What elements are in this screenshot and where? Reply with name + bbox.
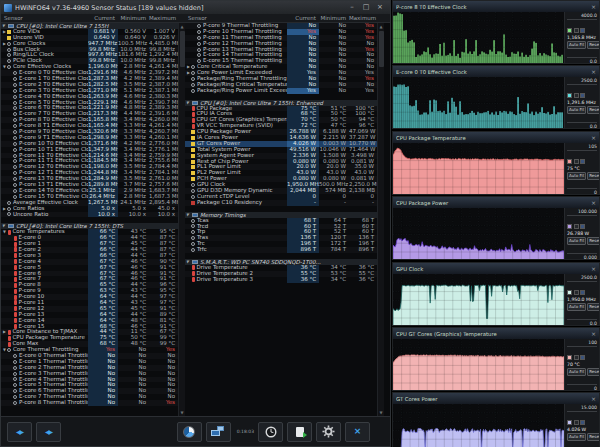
column-header-sensor[interactable]: Sensor [1,15,88,21]
report-button[interactable] [287,422,312,442]
auto-fit-button[interactable]: Auto Fit [567,433,586,441]
graph-title: CPU Package Temperature [396,135,591,141]
background-color-swatch[interactable] [574,420,579,425]
temp-icon [192,265,195,270]
scrollbar-left[interactable]: ▲ ▼ [178,23,185,416]
column-header-sensor[interactable]: Sensor [185,15,287,21]
scrollbar-right[interactable]: ▲ ▼ [377,23,384,416]
series-color-swatch[interactable] [567,420,572,425]
auto-fit-button[interactable]: Auto Fit [567,368,586,376]
graph-panel[interactable]: CPU Package Temperature×10575 °CAuto Fit… [392,131,600,195]
settings-button[interactable] [316,422,341,442]
reset-button[interactable]: Reset [587,433,599,441]
pie-summary-button[interactable] [177,422,202,442]
grid-color-swatch[interactable] [580,224,585,229]
close-button[interactable]: × [373,2,387,13]
clock-icon [7,201,11,205]
graph-titlebar[interactable]: E-core 0 T0 Effective Clock× [393,66,599,77]
grid-color-swatch[interactable] [580,355,585,360]
clock-button[interactable] [258,422,283,442]
close-icon[interactable]: × [591,3,596,10]
y-max-label: 100 [567,340,597,347]
graph-panel[interactable]: CPU Package Power×100.00026.788 WAuto Fi… [392,196,600,260]
background-color-swatch[interactable] [574,290,579,295]
reset-button[interactable]: Reset [587,106,599,114]
auto-fit-button[interactable]: Auto Fit [567,172,586,180]
background-color-swatch[interactable] [574,28,579,33]
swap-columns-button[interactable]: ◀▶ [7,422,32,442]
column-header-minimum[interactable]: Minimum [118,15,149,21]
sensor-row[interactable]: Package C10 Residency--- [185,200,377,206]
series-color-swatch[interactable] [567,355,572,360]
graph-panel[interactable]: CPU GT Cores (Graphics) Temperature×1007… [392,327,600,391]
reset-button[interactable]: Reset [587,237,599,245]
grid-color-swatch[interactable] [580,159,585,164]
reset-button[interactable]: Reset [587,303,599,311]
series-color-swatch[interactable] [567,93,572,98]
background-color-swatch[interactable] [574,159,579,164]
scrollbar-thumb[interactable] [379,31,384,67]
scroll-up-icon[interactable]: ▲ [379,24,382,29]
background-color-swatch[interactable] [574,224,579,229]
close-icon[interactable]: × [591,134,596,141]
close-icon[interactable]: × [591,395,596,402]
sensor-row[interactable]: Drive Temperature 336 °C34 °C36 °C [185,277,377,283]
scroll-down-icon[interactable]: ▼ [180,410,183,415]
grid-color-swatch[interactable] [580,28,585,33]
column-header-current[interactable]: Current [88,15,118,21]
close-icon[interactable]: × [591,265,596,272]
graph-titlebar[interactable]: CPU GT Cores (Graphics) Temperature× [393,328,599,339]
background-color-swatch[interactable] [574,93,579,98]
sensor-row[interactable]: Trfc896 T784 T896 T [185,247,377,253]
clock-icon [13,89,17,93]
sensor-row[interactable]: P-core 8 Thermal ThrottlingNoNoYes [1,400,178,406]
sensor-row[interactable]: Uncore Ratio10.0 x10.0 x10.0 x [1,212,178,218]
grid-color-swatch[interactable] [580,93,585,98]
swap-panels-button[interactable]: ◀▶ [36,422,61,442]
graph-titlebar[interactable]: GPU Clock× [393,263,599,274]
auto-fit-button[interactable]: Auto Fit [567,41,586,49]
clock-icon [7,207,11,211]
graph-titlebar[interactable]: GT Cores Power× [393,393,599,404]
column-header-minimum[interactable]: Minimum [319,15,349,21]
column-header-current[interactable]: Current [287,15,319,21]
maximize-button[interactable]: □ [359,2,373,13]
column-header-maximum[interactable]: Maximum [349,15,377,21]
reset-button[interactable]: Reset [587,172,599,180]
y-max-label: 2500.0 [567,78,597,85]
column-header-maximum[interactable]: Maximum [149,15,178,21]
close-icon[interactable]: × [591,330,596,337]
graph-panel[interactable]: P-core 8 T0 Effective Clock×4000.01,165.… [392,0,600,64]
temp-icon [14,324,17,329]
close-icon[interactable]: × [591,199,596,206]
graph-titlebar[interactable]: CPU Package Power× [393,197,599,208]
series-color-swatch[interactable] [567,159,572,164]
column-header-row: Sensor Current Minimum Maximum Sensor Cu… [1,14,390,23]
graph-panel[interactable]: GPU Clock×2500.01,950.0 MHzAuto FitReset… [392,262,600,326]
background-color-swatch[interactable] [574,355,579,360]
reset-button[interactable]: Reset [587,41,599,49]
reset-button[interactable]: Reset [587,368,599,376]
window-titlebar[interactable]: HWiNFO64 v7.36-4960 Sensor Status [189 v… [1,1,390,14]
auto-fit-button[interactable]: Auto Fit [567,237,586,245]
close-icon[interactable]: × [591,68,596,75]
auto-fit-button[interactable]: Auto Fit [567,303,586,311]
remote-monitoring-button[interactable] [206,422,231,442]
series-color-swatch[interactable] [567,28,572,33]
grid-color-swatch[interactable] [580,420,585,425]
graph-panel[interactable]: GT Cores Power×15.0004.026 WAuto FitRese… [392,392,600,447]
auto-fit-button[interactable]: Auto Fit [567,106,586,114]
scroll-up-icon[interactable]: ▲ [180,24,183,29]
graph-titlebar[interactable]: CPU Package Temperature× [393,132,599,143]
graph-titlebar[interactable]: P-core 8 T0 Effective Clock× [393,1,599,12]
series-color-swatch[interactable] [567,290,572,295]
scroll-down-icon[interactable]: ▼ [379,410,382,415]
close-sensors-button[interactable]: × [345,422,370,442]
temp-icon [8,342,11,347]
graph-panel[interactable]: E-core 0 T0 Effective Clock×2500.01,291.… [392,65,600,129]
series-color-swatch[interactable] [567,224,572,229]
grid-color-swatch[interactable] [580,290,585,295]
sensor-row[interactable]: Package/Ring Power Limit ExceededYesNoYe… [185,88,377,94]
minimize-button[interactable]: – [345,2,359,13]
scrollbar-thumb[interactable] [180,31,185,67]
